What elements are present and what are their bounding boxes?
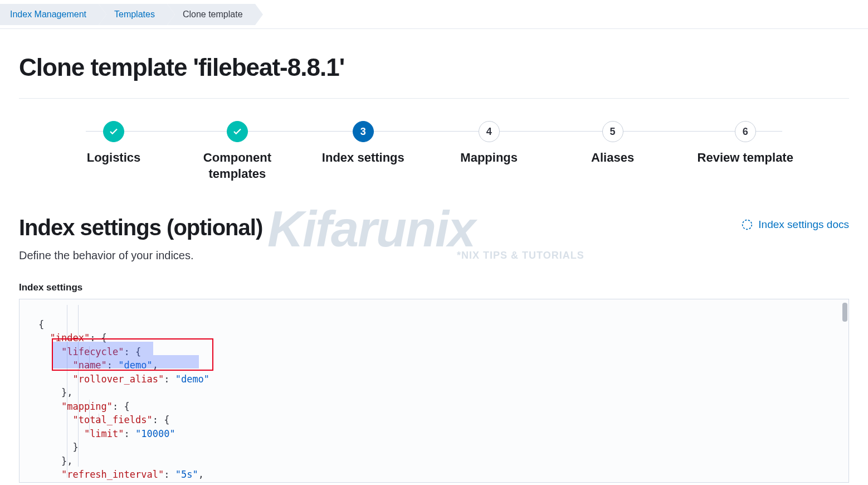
breadcrumb-link[interactable]: Templates	[114, 9, 155, 20]
step-label: Aliases	[591, 150, 634, 166]
docs-link-label: Index settings docs	[758, 219, 849, 231]
step-label: Logistics	[87, 150, 141, 166]
step-circle-done	[103, 121, 124, 142]
index-settings-docs-link[interactable]: Index settings docs	[742, 219, 849, 231]
section-title: Index settings (optional)	[19, 215, 262, 240]
step-logistics[interactable]: Logistics	[75, 121, 153, 166]
step-component-templates[interactable]: Component templates	[198, 121, 276, 182]
step-label: Mappings	[460, 150, 518, 166]
breadcrumb: Index Management Templates Clone templat…	[0, 0, 868, 29]
step-index-settings[interactable]: 3 Index settings	[322, 121, 404, 166]
step-label: Index settings	[322, 150, 404, 166]
check-icon	[232, 127, 242, 137]
code-editor-content[interactable]: { "index": { "lifecycle": { "name": "dem…	[19, 299, 849, 483]
section-subtitle: Define the behavior of your indices.	[19, 249, 262, 262]
step-label: Review template	[698, 150, 793, 166]
step-circle-active: 3	[353, 121, 374, 142]
step-aliases[interactable]: 5 Aliases	[574, 121, 652, 166]
step-label: Component templates	[203, 150, 271, 182]
breadcrumb-item-current: Clone template	[167, 4, 255, 25]
step-circle: 5	[602, 121, 623, 142]
step-review[interactable]: 6 Review template	[698, 121, 793, 166]
check-icon	[109, 127, 119, 137]
breadcrumb-label: Clone template	[183, 9, 243, 20]
step-mappings[interactable]: 4 Mappings	[450, 121, 528, 166]
step-circle: 4	[479, 121, 500, 142]
breadcrumb-item-templates[interactable]: Templates	[99, 4, 167, 25]
breadcrumb-link[interactable]: Index Management	[10, 9, 86, 20]
step-circle-done	[227, 121, 248, 142]
section-header: Index settings (optional) Define the beh…	[19, 215, 849, 262]
wizard-stepper: Logistics Component templates 3 Index se…	[75, 121, 793, 182]
divider	[19, 98, 849, 99]
help-icon	[742, 219, 753, 230]
field-label: Index settings	[19, 282, 849, 293]
step-circle: 6	[735, 121, 756, 142]
breadcrumb-item-index-management[interactable]: Index Management	[0, 4, 99, 25]
index-settings-editor[interactable]: { "index": { "lifecycle": { "name": "dem…	[19, 299, 849, 483]
svg-point-0	[743, 220, 752, 230]
page-title: Clone template 'filebeat-8.8.1'	[19, 40, 849, 98]
